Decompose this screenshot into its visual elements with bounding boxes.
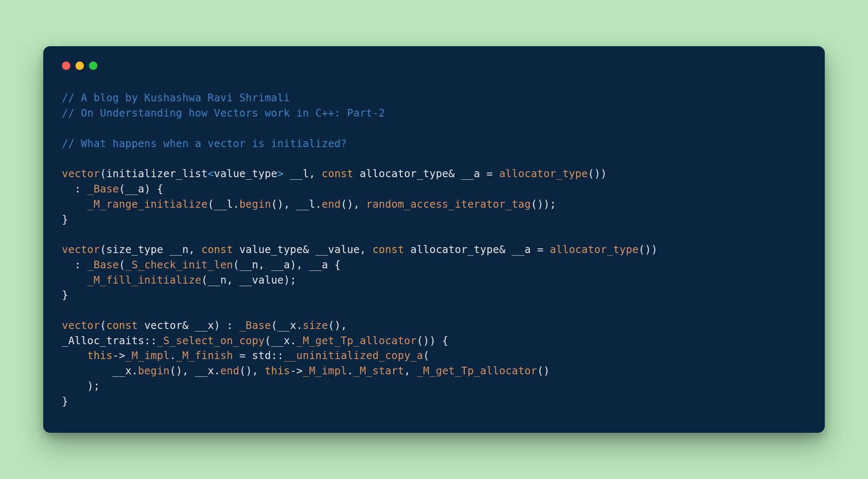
minimize-icon[interactable]	[75, 61, 84, 70]
code-window: // A blog by Kushashwa Ravi Shrimali // …	[43, 46, 825, 432]
comment-line-1: // A blog by Kushashwa Ravi Shrimali	[62, 92, 290, 104]
ctor3-name: vector	[62, 319, 100, 331]
close-icon[interactable]	[62, 61, 70, 70]
ctor2-name: vector	[62, 243, 100, 256]
code-block: // A blog by Kushashwa Ravi Shrimali // …	[62, 90, 806, 409]
comment-line-3: // What happens when a vector is initial…	[62, 137, 347, 150]
ctor1-name: vector	[62, 167, 100, 180]
comment-line-2: // On Understanding how Vectors work in …	[62, 107, 385, 119]
maximize-icon[interactable]	[89, 61, 97, 70]
window-titlebar	[62, 61, 806, 70]
